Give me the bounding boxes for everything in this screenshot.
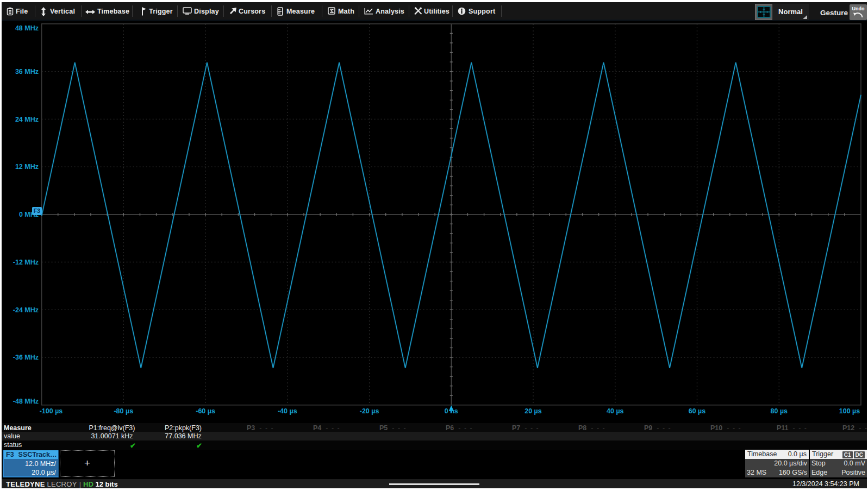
svg-text:-100 µs: -100 µs bbox=[40, 407, 63, 415]
svg-text:36 MHz: 36 MHz bbox=[15, 68, 39, 75]
svg-text:-20 µs: -20 µs bbox=[360, 407, 379, 415]
svg-text:24 MHz: 24 MHz bbox=[15, 116, 39, 123]
svg-text:60 µs: 60 µs bbox=[689, 407, 706, 415]
svg-text:12 MHz: 12 MHz bbox=[15, 163, 39, 171]
svg-text:40 µs: 40 µs bbox=[607, 407, 624, 415]
svg-text:20 µs: 20 µs bbox=[524, 407, 542, 415]
svg-text:-12 MHz: -12 MHz bbox=[13, 259, 39, 266]
svg-text:-40 µs: -40 µs bbox=[278, 407, 297, 415]
svg-text:-36 MHz: -36 MHz bbox=[13, 354, 39, 361]
svg-text:80 µs: 80 µs bbox=[771, 407, 788, 415]
svg-text:-48 MHz: -48 MHz bbox=[13, 398, 39, 405]
svg-text:-80 µs: -80 µs bbox=[114, 407, 133, 415]
svg-text:48 MHz: 48 MHz bbox=[15, 24, 39, 32]
svg-text:-24 MHz: -24 MHz bbox=[13, 306, 39, 314]
svg-text:-60 µs: -60 µs bbox=[196, 407, 215, 415]
svg-text:0 ns: 0 ns bbox=[445, 407, 458, 415]
svg-text:100 µs: 100 µs bbox=[839, 407, 860, 415]
